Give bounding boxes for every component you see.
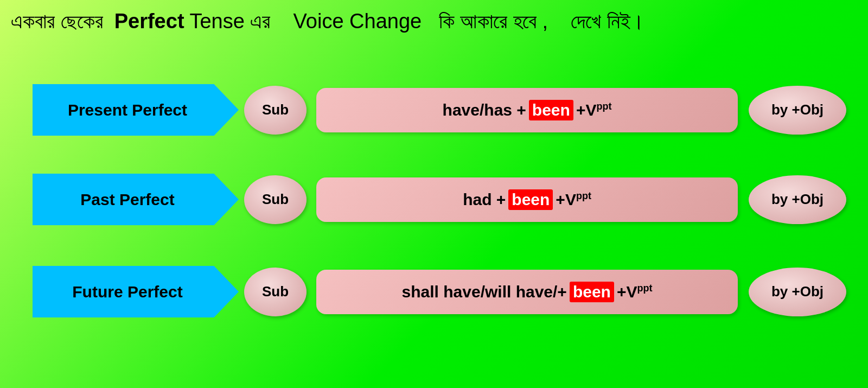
page-header: একবার ছেকের Perfect Tense এর Voice Chang… (11, 10, 644, 34)
present-perfect-row: Present Perfect Sub have/has + been +Vpp… (33, 84, 846, 136)
been-highlight-1: been (529, 100, 573, 120)
present-perfect-byobj: by +Obj (749, 86, 846, 135)
future-perfect-formula: shall have/will have/+ been +Vppt (316, 270, 738, 314)
past-perfect-label: Past Perfect (33, 174, 239, 225)
been-highlight-3: been (570, 282, 614, 302)
past-perfect-formula: had + been +Vppt (316, 177, 738, 222)
future-perfect-row: Future Perfect Sub shall have/will have/… (33, 266, 846, 317)
been-highlight-2: been (508, 189, 553, 210)
bold-word: Perfect (114, 10, 184, 33)
future-perfect-byobj: by +Obj (749, 268, 846, 316)
future-perfect-sub: Sub (244, 268, 307, 316)
past-perfect-sub: Sub (244, 175, 307, 224)
past-perfect-row: Past Perfect Sub had + been +Vppt by +Ob… (33, 174, 846, 225)
past-perfect-byobj: by +Obj (749, 175, 846, 224)
future-perfect-label: Future Perfect (33, 266, 239, 317)
present-perfect-formula: have/has + been +Vppt (316, 88, 738, 132)
present-perfect-label: Present Perfect (33, 84, 239, 136)
present-perfect-sub: Sub (244, 86, 307, 135)
